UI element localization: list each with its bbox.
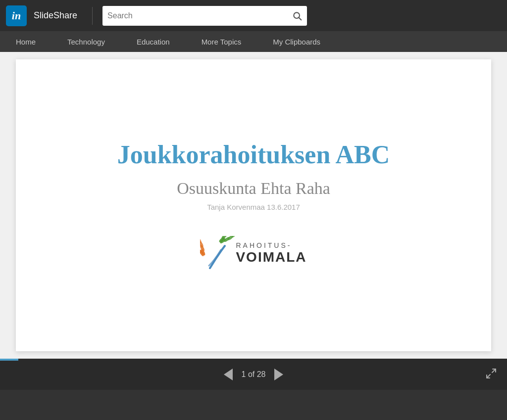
slide-counter: 1 of 28 (242, 370, 266, 379)
slide-title: Joukkorahoituksen ABC (117, 140, 390, 169)
fullscreen-button[interactable] (485, 368, 497, 381)
logo-top-text: RAHOITUS- (236, 241, 306, 249)
nav-education[interactable]: Education (121, 31, 186, 52)
header: in SlideShare (0, 0, 507, 31)
next-slide-button[interactable] (274, 369, 283, 380)
brand-name: SlideShare (34, 10, 77, 21)
search-icon (292, 11, 302, 21)
logo-bottom-text: VOIMALA (236, 249, 306, 265)
linkedin-logo[interactable]: in (6, 5, 27, 26)
logo-area: RAHOITUS- VOIMALA (200, 236, 306, 271)
slide-controls: 1 of 28 (224, 369, 284, 380)
slide-author: Tanja Korvenmaa 13.6.2017 (207, 203, 300, 211)
nav-my-clipboards[interactable]: My Clipboards (257, 31, 336, 52)
rahoitusvoimala-logo-icon (200, 236, 230, 271)
search-bar (102, 6, 307, 26)
svg-line-1 (299, 17, 302, 20)
nav-more-topics[interactable]: More Topics (186, 31, 257, 52)
slide-container: Joukkorahoituksen ABC Osuuskunta Ehta Ra… (16, 59, 491, 351)
nav-home[interactable]: Home (0, 31, 51, 52)
search-button[interactable] (292, 11, 302, 21)
linkedin-icon: in (12, 9, 21, 22)
logo-svg (200, 236, 235, 276)
svg-line-17 (487, 374, 490, 378)
arrow-right-icon (274, 369, 283, 380)
main-content: Joukkorahoituksen ABC Osuuskunta Ehta Ra… (0, 52, 507, 359)
bottom-bar: 1 of 28 (0, 359, 507, 390)
logo-text-area: RAHOITUS- VOIMALA (236, 241, 306, 265)
prev-slide-button[interactable] (224, 369, 233, 380)
svg-line-16 (492, 369, 496, 373)
nav-technology[interactable]: Technology (51, 31, 121, 52)
navbar: Home Technology Education More Topics My… (0, 31, 507, 52)
fullscreen-icon (485, 368, 497, 379)
arrow-left-icon (224, 369, 233, 380)
slide-subtitle: Osuuskunta Ehta Raha (177, 179, 330, 198)
search-input[interactable] (107, 11, 292, 20)
header-divider (92, 7, 93, 25)
progress-bar (0, 359, 18, 361)
